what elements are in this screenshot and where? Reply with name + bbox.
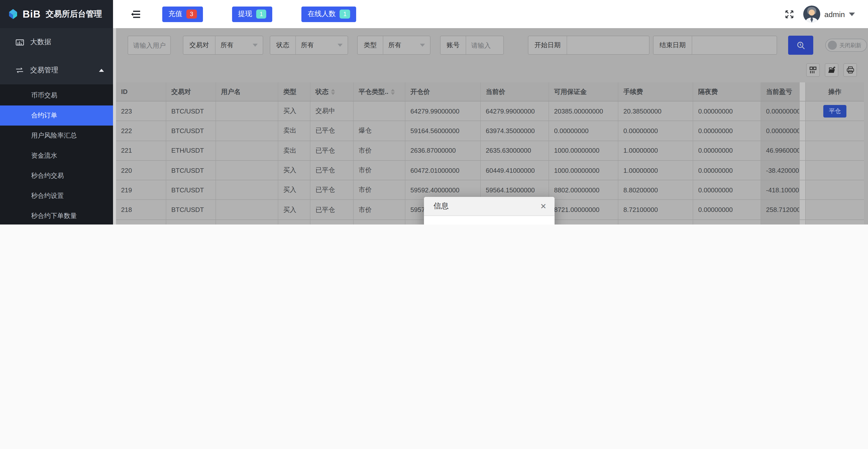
status-filter[interactable]: 状态 所有	[270, 36, 348, 55]
quick-button[interactable]: 提现1	[232, 6, 272, 22]
sidebar: 大数据交易管理币币交易合约订单用户风险率汇总资金流水秒合约交易秒合约设置秒合约下…	[0, 28, 113, 224]
sidebar-subitem[interactable]: 秒合约设置	[0, 186, 113, 206]
sidebar-scrollbar[interactable]	[113, 28, 116, 224]
cell-fee: 1.00000000	[618, 141, 693, 160]
cell-open_price: 60472.01000000	[405, 161, 481, 180]
column-header[interactable]: 手续费	[618, 83, 693, 101]
chevron-down-icon	[253, 44, 258, 47]
column-header: 操作	[806, 83, 864, 101]
cell-type: 买入	[278, 200, 310, 220]
close-icon[interactable]: ✕	[540, 202, 547, 210]
cell-pair: BTC/USDT	[166, 220, 216, 224]
sidebar-item[interactable]: 交易管理	[0, 56, 113, 84]
cell-margin: 8721.00000000	[549, 200, 618, 220]
cell-username	[216, 121, 278, 140]
count-badge: 3	[186, 9, 197, 19]
table-scrollbar-gutter	[800, 161, 806, 180]
start-date-filter[interactable]: 开始日期	[528, 36, 650, 55]
start-date-label: 开始日期	[528, 36, 567, 54]
column-header[interactable]: 当前盈亏	[761, 83, 800, 101]
quick-button[interactable]: 充值3	[162, 6, 203, 22]
table-scrollbar-gutter	[800, 101, 806, 121]
sidebar-subitem[interactable]: 资金流水	[0, 146, 113, 166]
pair-filter[interactable]: 交易对 所有	[183, 36, 263, 55]
chart-icon	[15, 38, 24, 47]
cell-margin: 1000.00000000	[549, 141, 618, 160]
column-header[interactable]: 用户名	[216, 83, 278, 101]
sort-icon[interactable]	[331, 89, 335, 95]
search-button[interactable]	[788, 36, 813, 55]
cell-type: 卖出	[278, 220, 310, 224]
dialog-title: 信息	[434, 201, 540, 211]
account-input[interactable]	[466, 36, 503, 54]
table-scrollbar-gutter	[800, 121, 806, 140]
column-header[interactable]: 当前价	[481, 83, 549, 101]
cell-type: 买入	[278, 180, 310, 200]
column-header[interactable]: 开仓价	[405, 83, 481, 101]
sidebar-subitem[interactable]: 秒合约交易	[0, 166, 113, 186]
fullscreen-icon[interactable]	[785, 9, 794, 19]
cell-pair: ETH/USDT	[166, 141, 216, 160]
end-date-filter[interactable]: 结束日期	[653, 36, 777, 55]
table-scrollbar-gutter	[800, 141, 806, 160]
type-filter-value: 所有	[388, 41, 401, 50]
cell-open_price: 64279.99000000	[405, 101, 481, 121]
cell-status: 交易中	[310, 101, 353, 121]
column-header[interactable]: 状态	[310, 83, 353, 101]
user-caret-icon	[849, 12, 855, 16]
export-icon[interactable]	[825, 63, 838, 76]
column-header[interactable]: 交易对	[166, 83, 216, 101]
cell-type: 买入	[278, 161, 310, 180]
cell-close_type: 市价	[353, 141, 405, 160]
sidebar-item[interactable]: 大数据	[0, 28, 113, 56]
logo-text: BiB	[23, 8, 41, 20]
count-badge: 1	[256, 9, 266, 19]
cell-type: 买入	[278, 101, 310, 121]
cell-action: 平仓	[806, 101, 864, 121]
print-icon[interactable]	[843, 63, 857, 76]
table-row: 221ETH/USDT卖出已平仓市价2636.870000002635.6300…	[116, 141, 864, 161]
sidebar-subitem[interactable]: 币币交易	[0, 85, 113, 105]
column-header[interactable]: 可用保证金	[549, 83, 618, 101]
type-filter[interactable]: 类型 所有	[357, 36, 431, 55]
cell-fee: 8.80200000	[618, 180, 693, 200]
cell-overnight_fee: 0.00000000	[693, 220, 761, 224]
cell-close_type: 爆仓	[353, 121, 405, 140]
cell-id: 222	[116, 121, 166, 140]
refresh-toggle[interactable]: 关闭刷新	[825, 39, 867, 52]
cell-type: 卖出	[278, 121, 310, 140]
column-header[interactable]: ID	[116, 83, 166, 101]
cell-current_price: 60449.41000000	[481, 161, 549, 180]
cell-username	[216, 141, 278, 160]
column-header[interactable]: 隔夜费	[693, 83, 761, 101]
user-id-input[interactable]	[128, 36, 171, 55]
filter-bar: 交易对 所有 状态 所有 类型 所有 账号 开始日期	[116, 28, 868, 57]
column-header[interactable]: 类型	[278, 83, 310, 101]
sidebar-subitem[interactable]: 用户风险率汇总	[0, 126, 113, 146]
quick-button-label: 充值	[168, 9, 182, 19]
sidebar-collapse-icon[interactable]	[131, 10, 141, 18]
avatar	[803, 5, 820, 23]
chevron-down-icon	[420, 44, 425, 47]
cell-id: 217	[116, 220, 166, 224]
columns-grid-icon[interactable]	[806, 63, 820, 76]
account-filter[interactable]: 账号	[440, 36, 504, 55]
cell-overnight_fee: 0.00000000	[693, 161, 761, 180]
confirm-dialog: 信息 ✕ 真的要强制平仓吗? 确定 取消	[424, 197, 555, 224]
user-menu[interactable]: admin	[803, 5, 855, 23]
column-header[interactable]: 平仓类型..	[353, 83, 405, 101]
sidebar-subitem[interactable]: 合约订单	[0, 105, 113, 126]
sidebar-subitem[interactable]: 秒合约下单数量	[0, 206, 113, 224]
account-filter-label: 账号	[440, 36, 466, 54]
sort-icon[interactable]	[391, 89, 395, 95]
refresh-toggle-label: 关闭刷新	[839, 41, 862, 49]
cell-pnl: 46.99600000	[761, 141, 800, 160]
dialog-header: 信息 ✕	[424, 197, 555, 216]
cell-id: 218	[116, 200, 166, 220]
cell-overnight_fee: 0.00000000	[693, 141, 761, 160]
page-title: 交易所后台管理	[46, 9, 102, 19]
close-position-button[interactable]: 平仓	[823, 105, 846, 117]
quick-button[interactable]: 在线人数1	[302, 6, 356, 22]
pair-filter-label: 交易对	[183, 36, 215, 54]
cell-pnl: -418.10000000	[761, 180, 800, 200]
